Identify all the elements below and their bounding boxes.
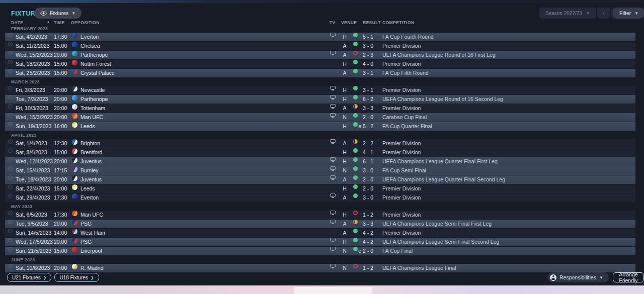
fixture-time: 17:30 (54, 193, 67, 202)
match-played-icon (8, 148, 13, 153)
tv-icon (330, 33, 336, 36)
u21-fixtures-button[interactable]: U21 Fixtures ❯ (7, 273, 51, 282)
match-played-icon (8, 166, 13, 171)
fixture-time: 15:00 (54, 60, 67, 68)
fixture-row[interactable]: Tue, 18/4/202320:00JuventusA2 - 0UEFA Ch… (5, 175, 635, 184)
team-crest-icon (72, 211, 77, 216)
match-played-icon (8, 60, 13, 64)
tv-icon (330, 193, 336, 197)
fixture-row[interactable]: Sat, 29/4/202317:30EvertonA3 - 0Premier … (5, 193, 635, 202)
fixture-row[interactable]: Sat, 8/4/202315:00BrentfordH4 - 1Premier… (5, 148, 635, 157)
chevron-right-icon: ❯ (43, 275, 47, 280)
opposition-name: Newcastle (80, 86, 105, 94)
opposition-name: Everton (80, 33, 99, 41)
match-played-icon (8, 69, 13, 73)
fixture-row[interactable]: Sat, 15/4/202317:15BurnleyN3 - 0FA Cup S… (5, 166, 635, 175)
result-score: 2 - 0 (345, 175, 373, 184)
season-selector-group: Season 2022/23 ▼ ‹ › (539, 8, 624, 19)
result-score: 2 - 2 (345, 139, 373, 148)
match-played-icon (8, 193, 13, 198)
responsibilities-label: Responsibilities (559, 274, 596, 280)
tv-icon (330, 175, 336, 179)
arrange-friendly-label: Arrange Friendly (618, 271, 638, 283)
column-header-date[interactable]: DATE (11, 20, 23, 25)
fixture-row[interactable]: Tue, 7/3/202320:00ParthenopeH6 - 2UEFA C… (5, 95, 635, 104)
opposition-name: Crystal Palace (80, 69, 115, 77)
fixture-row[interactable]: Sat, 18/2/202315:00Nottm ForestH4 - 0Pre… (5, 60, 635, 68)
fixture-date: Sat, 15/4/2023 (16, 166, 50, 175)
fixture-time: 12:30 (54, 139, 67, 148)
fixture-time: 17:30 (54, 211, 67, 219)
result-score: 3 - 1 (345, 86, 373, 94)
fixture-row[interactable]: Sat, 10/6/202320:00R. MadridN1 - 2UEFA C… (5, 264, 635, 272)
match-played-icon (8, 184, 13, 189)
arrange-friendly-button[interactable]: Arrange Friendly (613, 272, 644, 282)
match-played-icon (8, 33, 13, 37)
u18-fixtures-button[interactable]: U18 Fixtures ❯ (54, 273, 99, 282)
opposition-name: Parthenope (80, 51, 108, 59)
fixture-date: Fri, 3/3/2023 (16, 86, 45, 94)
fixtures-view-label: Fixtures (50, 10, 68, 16)
column-header-venue[interactable]: VENUE (341, 20, 357, 25)
match-played-icon (8, 139, 13, 144)
competition-name: UEFA Champions League Final (382, 264, 456, 272)
result-score: 4 - 2 (345, 238, 373, 246)
result-score: 2 - 0 (345, 113, 373, 122)
column-header-tv[interactable]: TV (330, 20, 336, 25)
fixture-row[interactable]: Sat, 11/2/202315:00ChelseaA3 - 0Premier … (5, 42, 635, 50)
column-header-result[interactable]: RESULT (363, 20, 381, 25)
previous-season-button[interactable]: ‹ (597, 8, 610, 19)
tv-icon (330, 86, 336, 89)
opposition-name: PSG (80, 220, 92, 228)
tv-icon (330, 264, 336, 267)
column-header-opposition[interactable]: OPPOSITION (71, 20, 100, 25)
fixture-row[interactable]: Wed, 17/5/202320:00PSGH4 - 2UEFA Champio… (5, 238, 635, 246)
fixture-row[interactable]: Sat, 22/4/202315:00LeedsH2 - 0Premier Di… (5, 184, 635, 193)
filter-button[interactable]: Filter ▼ (613, 8, 644, 19)
month-section-label: JUNE 2023 (5, 256, 635, 264)
fixture-row[interactable]: Wed, 12/4/202320:00JuventusH6 - 1UEFA Ch… (5, 157, 635, 166)
team-crest-icon (72, 175, 77, 181)
result-score: 2 - 0 (345, 184, 373, 193)
opposition-name: West Ham (80, 229, 105, 237)
team-crest-icon (72, 148, 77, 154)
fixture-date: Sun, 14/5/2023 (16, 229, 51, 237)
fixture-row[interactable]: Wed, 15/2/202320:00ParthenopeA2 - 3UEFA … (5, 51, 635, 59)
result-score: 3 - 3 (345, 220, 373, 228)
result-score: 3 - 0 (345, 193, 373, 202)
fixture-row[interactable]: Sat, 25/2/202315:00Crystal PalaceA3 - 1F… (5, 69, 635, 77)
team-crest-icon (72, 184, 77, 190)
competition-name: FA Cup Fourth Round (382, 33, 434, 41)
fixture-row[interactable]: Sat, 1/4/202312:30BrightonA2 - 2Premier … (5, 139, 635, 148)
responsibilities-button[interactable]: Responsibilities ▼ (547, 272, 609, 282)
column-header-competition[interactable]: COMPETITION (382, 20, 414, 25)
column-header-time[interactable]: TIME (54, 20, 65, 25)
fixture-date: Wed, 15/2/2023 (16, 51, 53, 59)
fixture-row[interactable]: Sat, 4/2/202317:30EvertonH5 - 1FA Cup Fo… (5, 33, 635, 41)
team-crest-icon (72, 220, 77, 225)
team-crest-icon (72, 247, 77, 252)
team-crest-icon (72, 193, 77, 199)
match-played-icon (8, 238, 13, 242)
fixture-date: Sat, 18/2/2023 (16, 60, 50, 68)
fixture-row[interactable]: Sun, 14/5/202314:00West HamA4 - 2Premier… (5, 229, 635, 237)
team-crest-icon (72, 42, 77, 47)
competition-name: FA Cup Quarter Final (382, 122, 432, 131)
season-label: Season 2022/23 (545, 11, 582, 16)
fixtures-view-dropdown[interactable]: Fixtures ▼ (34, 8, 82, 19)
fixture-row[interactable]: Sat, 6/5/202317:30Man UFCH1 - 2Premier D… (5, 211, 635, 219)
fixture-row[interactable]: Wed, 15/3/202320:00Man UFCN2 - 0Carabao … (5, 113, 635, 122)
team-crest-icon (72, 113, 77, 119)
season-dropdown[interactable]: Season 2022/23 ▼ (539, 8, 596, 19)
fixture-row[interactable]: Tue, 9/5/202320:00PSGA3 - 3UEFA Champion… (5, 220, 635, 228)
opposition-name: Brentford (80, 148, 102, 157)
fixture-row[interactable]: Fri, 10/3/202320:00TottenhamA3 - 3Premie… (5, 104, 635, 113)
fixture-row[interactable]: Sun, 19/3/202316:00LeedsHe 5 - 2FA Cup Q… (5, 122, 635, 131)
background-strip-highlight (294, 287, 372, 294)
fixture-time: 20:00 (54, 86, 67, 94)
competition-name: UEFA Champions League Round of 16 First … (382, 51, 496, 59)
fixture-row[interactable]: Fri, 3/3/202320:00NewcastleH3 - 1Premier… (5, 86, 635, 94)
month-section-label: MAY 2023 (5, 203, 635, 211)
fixture-time: 20:00 (54, 113, 67, 122)
fixture-row[interactable]: Sun, 21/5/202315:00LiverpoolNe 2 - 0FA C… (5, 247, 635, 255)
